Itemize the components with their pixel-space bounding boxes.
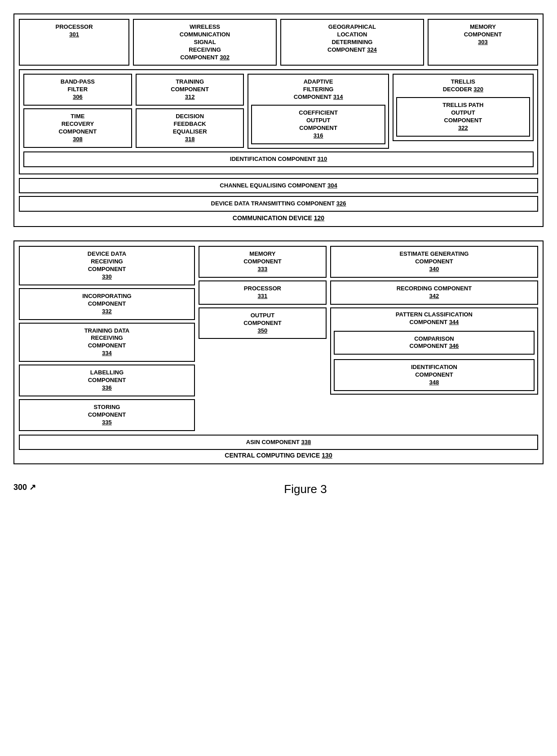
col1-inner: BAND-PASSFILTER306 TIMERECOVERYCOMPONENT… bbox=[23, 74, 132, 148]
memory-bottom-label: MEMORYCOMPONENT333 bbox=[202, 250, 323, 273]
device-data-receiving-label: DEVICE DATARECEIVINGCOMPONENT330 bbox=[22, 250, 191, 281]
col2-inner: TRAININGCOMPONENT312 DECISIONFEEDBACKEQU… bbox=[136, 74, 244, 148]
training-label: TRAININGCOMPONENT312 bbox=[139, 78, 241, 101]
device-transmitting-bar: DEVICE DATA TRANSMITTING COMPONENT 326 bbox=[19, 196, 538, 212]
left-column: DEVICE DATARECEIVINGCOMPONENT330 INCORPO… bbox=[19, 246, 195, 431]
storing-cell: STORINGCOMPONENT335 bbox=[19, 399, 195, 431]
coefficient-output-label: COEFFICIENTOUTPUTCOMPONENT316 bbox=[255, 109, 381, 140]
output-label: OUTPUTCOMPONENT350 bbox=[202, 312, 323, 335]
central-computing-box: DEVICE DATARECEIVINGCOMPONENT330 INCORPO… bbox=[13, 240, 544, 464]
trellis-path-label: TRELLIS PATHOUTPUTCOMPONENT322 bbox=[400, 102, 526, 132]
middle-column: MEMORYCOMPONENT333 PROCESSOR331 OUTPUTCO… bbox=[199, 246, 327, 431]
central-device-label: CENTRAL COMPUTING DEVICE 130 bbox=[19, 452, 538, 459]
training-data-receiving-cell: TRAINING DATARECEIVINGCOMPONENT334 bbox=[19, 323, 195, 362]
pattern-classification-label: PATTERN CLASSIFICATIONCOMPONENT 344 bbox=[334, 311, 535, 326]
wireless-comm-label: WIRELESSCOMMUNICATIONSIGNALRECEIVINGCOMP… bbox=[137, 23, 273, 61]
wireless-comm-cell: WIRELESSCOMMUNICATIONSIGNALRECEIVINGCOMP… bbox=[133, 19, 277, 66]
figure-caption: Figure 3 bbox=[67, 482, 544, 496]
top-row-1: PROCESSOR 301 WIRELESSCOMMUNICATIONSIGNA… bbox=[19, 19, 538, 66]
training-data-receiving-label: TRAINING DATARECEIVINGCOMPONENT334 bbox=[22, 327, 191, 358]
identification-wrapper: BAND-PASSFILTER306 TIMERECOVERYCOMPONENT… bbox=[19, 69, 538, 174]
incorporating-label: INCORPORATINGCOMPONENT332 bbox=[22, 293, 191, 316]
comparison-cell: COMPARISONCOMPONENT 346 bbox=[334, 331, 535, 355]
communication-device-box: PROCESSOR 301 WIRELESSCOMMUNICATIONSIGNA… bbox=[13, 13, 544, 227]
estimate-generating-cell: ESTIMATE GENERATINGCOMPONENT340 bbox=[330, 246, 538, 278]
processor-label: PROCESSOR 301 bbox=[22, 23, 126, 39]
identification-bar: IDENTIFICATION COMPONENT 310 bbox=[23, 151, 534, 167]
geo-location-cell: GEOGRAPHICALLOCATIONDETERMININGCOMPONENT… bbox=[280, 19, 424, 66]
output-cell: OUTPUTCOMPONENT350 bbox=[199, 307, 327, 339]
adaptive-filtering-label: ADAPTIVEFILTERINGCOMPONENT 314 bbox=[251, 78, 385, 101]
training-cell: TRAININGCOMPONENT312 bbox=[136, 74, 244, 106]
decision-feedback-label: DECISIONFEEDBACKEQUALISER318 bbox=[139, 113, 241, 143]
labelling-label: LABELLINGCOMPONENT336 bbox=[22, 369, 191, 392]
figure-number-area: 300 ↗ bbox=[13, 482, 67, 492]
estimate-generating-label: ESTIMATE GENERATINGCOMPONENT340 bbox=[334, 250, 535, 273]
trellis-decoder-label: TRELLISDECODER 320 bbox=[396, 78, 530, 93]
bandpass-cell: BAND-PASSFILTER306 bbox=[23, 74, 132, 106]
trellis-path-cell: TRELLIS PATHOUTPUTCOMPONENT322 bbox=[396, 97, 530, 137]
geo-location-label: GEOGRAPHICALLOCATIONDETERMININGCOMPONENT… bbox=[284, 23, 420, 54]
asin-bar: ASIN COMPONENT 338 bbox=[19, 435, 538, 450]
decision-feedback-cell: DECISIONFEEDBACKEQUALISER318 bbox=[136, 108, 244, 148]
col4-inner: TRELLISDECODER 320 TRELLIS PATHOUTPUTCOM… bbox=[393, 74, 534, 148]
incorporating-cell: INCORPORATINGCOMPONENT332 bbox=[19, 288, 195, 320]
trellis-decoder-outer-cell: TRELLISDECODER 320 TRELLIS PATHOUTPUTCOM… bbox=[393, 74, 534, 141]
pattern-classification-outer-cell: PATTERN CLASSIFICATIONCOMPONENT 344 COMP… bbox=[330, 307, 538, 395]
col3-inner: ADAPTIVEFILTERINGCOMPONENT 314 COEFFICIE… bbox=[248, 74, 389, 148]
time-recovery-label: TIMERECOVERYCOMPONENT308 bbox=[27, 113, 128, 143]
processor-cell: PROCESSOR 301 bbox=[19, 19, 129, 66]
top-row-2-inner: BAND-PASSFILTER306 TIMERECOVERYCOMPONENT… bbox=[23, 74, 534, 148]
memory-top-label: MEMORYCOMPONENT303 bbox=[431, 23, 535, 46]
processor-bottom-label: PROCESSOR331 bbox=[202, 285, 323, 300]
figure-number: 300 ↗ bbox=[13, 482, 36, 492]
bottom-inner-grid: DEVICE DATARECEIVINGCOMPONENT330 INCORPO… bbox=[19, 246, 538, 431]
labelling-cell: LABELLINGCOMPONENT336 bbox=[19, 365, 195, 396]
channel-equalising-bar: CHANNEL EQUALISING COMPONENT 304 bbox=[19, 178, 538, 194]
figure-area: 300 ↗ Figure 3 bbox=[13, 482, 544, 496]
memory-top-cell: MEMORYCOMPONENT303 bbox=[428, 19, 538, 66]
adaptive-filtering-outer-cell: ADAPTIVEFILTERINGCOMPONENT 314 COEFFICIE… bbox=[248, 74, 389, 148]
storing-label: STORINGCOMPONENT335 bbox=[22, 404, 191, 427]
main-diagram: PROCESSOR 301 WIRELESSCOMMUNICATIONSIGNA… bbox=[13, 13, 544, 496]
identification-bottom-label: IDENTIFICATIONCOMPONENT348 bbox=[337, 364, 531, 387]
time-recovery-cell: TIMERECOVERYCOMPONENT308 bbox=[23, 108, 132, 148]
identification-bottom-cell: IDENTIFICATIONCOMPONENT348 bbox=[334, 359, 535, 391]
comm-device-label: COMMUNICATION DEVICE 120 bbox=[19, 214, 538, 222]
comparison-label: COMPARISONCOMPONENT 346 bbox=[337, 335, 531, 351]
bandpass-label: BAND-PASSFILTER306 bbox=[27, 78, 128, 101]
coefficient-output-cell: COEFFICIENTOUTPUTCOMPONENT316 bbox=[251, 105, 385, 144]
memory-bottom-cell: MEMORYCOMPONENT333 bbox=[199, 246, 327, 278]
recording-cell: RECORDING COMPONENT342 bbox=[330, 280, 538, 305]
recording-label: RECORDING COMPONENT342 bbox=[334, 285, 535, 300]
processor-bottom-cell: PROCESSOR331 bbox=[199, 280, 327, 305]
right-column: ESTIMATE GENERATINGCOMPONENT340 RECORDIN… bbox=[330, 246, 538, 431]
device-data-receiving-cell: DEVICE DATARECEIVINGCOMPONENT330 bbox=[19, 246, 195, 285]
